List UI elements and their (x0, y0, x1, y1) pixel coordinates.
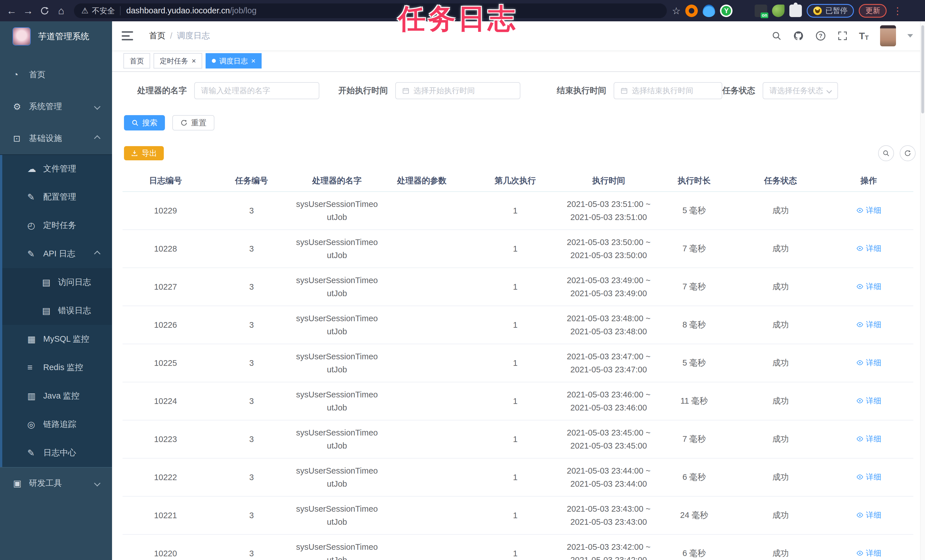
cell-exec-index: 1 (464, 306, 566, 344)
font-size-icon[interactable]: TT (859, 30, 869, 42)
sidebar-item-label: MySQL 监控 (43, 333, 89, 345)
extension-proxy-icon[interactable]: on (755, 5, 767, 17)
breadcrumb-home-link[interactable]: 首页 (149, 30, 166, 42)
page-scrollbar[interactable] (920, 21, 925, 560)
filter-input[interactable]: 请输入处理器的名字 (194, 82, 319, 99)
cell-actions: 详细 (824, 420, 913, 458)
extension-drop-icon[interactable] (703, 5, 715, 17)
help-icon[interactable]: ? (815, 30, 826, 41)
detail-link[interactable]: 详细 (856, 434, 881, 444)
close-icon[interactable]: × (251, 57, 255, 65)
sidebar-item[interactable]: ✎ 日志中心 (0, 439, 112, 467)
update-badge[interactable]: 更新 (859, 4, 887, 18)
cell-job-id: 3 (208, 344, 295, 382)
cell-actions: 详细 (824, 191, 913, 230)
filter-label: 任务状态 (722, 85, 755, 96)
sidebar-item[interactable]: ◴ 定时任务 (0, 211, 112, 239)
sidebar-item[interactable]: ⚙ 系统管理 (0, 91, 112, 122)
chevron-down-icon[interactable] (907, 34, 913, 38)
cell-duration: 6 毫秒 (651, 458, 737, 496)
search-icon[interactable] (771, 31, 782, 41)
edit-icon: ✎ (27, 192, 43, 202)
detail-link[interactable]: 详细 (856, 396, 881, 406)
address-bar[interactable]: ⚠ 不安全 dashboard.yudao.iocoder.cn/job/log (74, 3, 667, 18)
filter-label: 结束执行时间 (557, 85, 606, 96)
cell-duration: 11 毫秒 (651, 382, 737, 420)
cell-duration: 8 毫秒 (651, 306, 737, 344)
cell-param (379, 268, 464, 306)
placeholder-text: 选择开始执行时间 (413, 86, 475, 96)
scrollbar-thumb[interactable] (921, 25, 924, 113)
paused-badge[interactable]: 已暂停 (807, 4, 854, 18)
cell-status: 成功 (737, 382, 824, 420)
extension-orange-icon[interactable] (685, 5, 698, 17)
tab[interactable]: 定时任务 × (154, 53, 202, 69)
sidebar-item[interactable]: ▦ MySQL 监控 (0, 325, 112, 353)
search-button[interactable]: 搜索 (124, 115, 165, 131)
breadcrumb-separator: / (170, 31, 172, 41)
cell-status: 成功 (737, 496, 824, 534)
extension-leaf-icon[interactable] (772, 5, 785, 17)
sidebar-item[interactable]: ▣ 研发工具 (0, 467, 112, 499)
sidebar-item[interactable]: ◎ 链路追踪 (0, 410, 112, 439)
sidebar-item[interactable]: ▤ 错误日志 (0, 297, 112, 325)
tab[interactable]: 调度日志 × (206, 53, 262, 69)
timer-icon: ◴ (27, 220, 43, 231)
github-icon[interactable] (793, 30, 804, 41)
sidebar-item[interactable]: ▥ Java 监控 (0, 382, 112, 410)
detail-link[interactable]: 详细 (856, 358, 881, 368)
sidebar-item[interactable]: ⊡ 基础设施 (0, 122, 112, 154)
sidebar-item[interactable]: ◔ 首页 (0, 59, 112, 91)
cell-duration: 7 毫秒 (651, 420, 737, 458)
column-header: 处理器的参数 (379, 170, 464, 191)
tab[interactable]: 首页 (124, 53, 150, 69)
export-button[interactable]: 导出 (124, 146, 164, 160)
fullscreen-icon[interactable] (838, 31, 848, 41)
filter-input[interactable]: 选择开始执行时间 (395, 82, 520, 99)
cell-exec-time: 2021-05-03 23:46:00 ~ 2021-05-03 23:46:0… (566, 382, 651, 420)
bookmark-star-icon[interactable]: ☆ (672, 5, 681, 17)
sidebar-item[interactable]: ✎ 配置管理 (0, 183, 112, 211)
extension-y-icon[interactable]: Y (720, 5, 732, 17)
cell-log-id: 10225 (122, 344, 208, 382)
sidebar-item[interactable]: ▤ 访问日志 (0, 268, 112, 297)
table-toolbar: 导出 (124, 145, 916, 161)
filter-input[interactable]: 选择结束执行时间 (614, 82, 722, 99)
detail-link[interactable]: 详细 (856, 472, 881, 482)
detail-link[interactable]: 详细 (856, 510, 881, 520)
emoji-face-icon (813, 6, 822, 15)
reset-button[interactable]: 重置 (172, 115, 214, 131)
avatar[interactable] (880, 25, 896, 46)
tab-bar: 首页 定时任务 × 调度日志 × (112, 50, 925, 72)
toolbox-icon: ▣ (13, 478, 29, 489)
sidebar-item[interactable]: ☁ 文件管理 (0, 154, 112, 183)
cell-handler: sysUserSessionTimeoutJob (295, 306, 379, 344)
close-icon[interactable]: × (192, 57, 196, 65)
sidebar-item[interactable]: ≡ Redis 监控 (0, 353, 112, 382)
extension-puzzle-icon[interactable] (789, 5, 802, 17)
extension-grid-icon[interactable] (737, 5, 750, 17)
menu-kebab-icon[interactable]: ⋮ (893, 9, 902, 13)
home-icon[interactable]: ⌂ (53, 5, 69, 17)
forward-icon[interactable]: → (20, 5, 36, 17)
filter-input[interactable]: 请选择任务状态 (762, 82, 838, 99)
cloud-upload-icon: ☁ (27, 164, 43, 174)
detail-link[interactable]: 详细 (856, 548, 881, 558)
cell-exec-time: 2021-05-03 23:47:00 ~ 2021-05-03 23:47:0… (566, 344, 651, 382)
dashboard-icon: ◔ (13, 70, 29, 80)
sidebar-item-label: Java 监控 (43, 390, 79, 402)
sidebar-item[interactable]: ✎ API 日志 (0, 239, 112, 268)
back-icon[interactable]: ← (3, 5, 20, 17)
filter-group: 处理器的名字 请输入处理器的名字 (137, 82, 319, 99)
detail-link[interactable]: 详细 (856, 205, 881, 215)
detail-link[interactable]: 详细 (856, 243, 881, 254)
search-actions: 搜索 重置 (124, 115, 916, 131)
refresh-button[interactable] (900, 145, 916, 161)
sidebar-collapse-icon[interactable] (122, 31, 133, 41)
reload-icon[interactable] (36, 6, 53, 16)
toggle-search-button[interactable] (878, 145, 894, 161)
detail-link[interactable]: 详细 (856, 282, 881, 292)
table-body: 10229 3 sysUserSessionTimeoutJob 1 2021-… (122, 191, 913, 560)
cell-duration: 7 毫秒 (651, 268, 737, 306)
detail-link[interactable]: 详细 (856, 319, 881, 330)
